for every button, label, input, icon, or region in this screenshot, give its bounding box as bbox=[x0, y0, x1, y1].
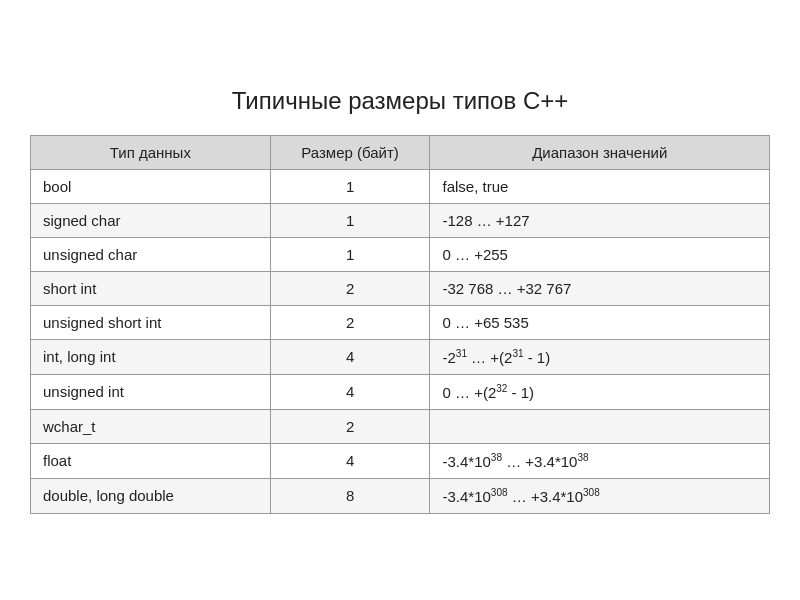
table-row: signed char1-128 … +127 bbox=[31, 203, 770, 237]
cell-range: -3.4*1038 … +3.4*1038 bbox=[430, 443, 770, 478]
cell-range: 0 … +(232 - 1) bbox=[430, 374, 770, 409]
header-range: Диапазон значений bbox=[430, 135, 770, 169]
table-row: int, long int4-231 … +(231 - 1) bbox=[31, 339, 770, 374]
cell-range: -128 … +127 bbox=[430, 203, 770, 237]
cell-type: wchar_t bbox=[31, 409, 271, 443]
cell-size: 2 bbox=[270, 305, 430, 339]
table-row: unsigned short int20 … +65 535 bbox=[31, 305, 770, 339]
cell-range: 0 … +65 535 bbox=[430, 305, 770, 339]
cell-size: 4 bbox=[270, 443, 430, 478]
table-row: bool1false, true bbox=[31, 169, 770, 203]
cell-size: 8 bbox=[270, 478, 430, 513]
cell-range: -32 768 … +32 767 bbox=[430, 271, 770, 305]
cell-size: 4 bbox=[270, 339, 430, 374]
cell-size: 1 bbox=[270, 169, 430, 203]
cell-type: short int bbox=[31, 271, 271, 305]
cell-type: unsigned short int bbox=[31, 305, 271, 339]
cell-range: false, true bbox=[430, 169, 770, 203]
cell-type: unsigned char bbox=[31, 237, 271, 271]
header-size: Размер (байт) bbox=[270, 135, 430, 169]
cell-size: 1 bbox=[270, 203, 430, 237]
cell-type: bool bbox=[31, 169, 271, 203]
table-row: unsigned int40 … +(232 - 1) bbox=[31, 374, 770, 409]
table-header-row: Тип данных Размер (байт) Диапазон значен… bbox=[31, 135, 770, 169]
cell-range: 0 … +255 bbox=[430, 237, 770, 271]
table-row: double, long double8-3.4*10308 … +3.4*10… bbox=[31, 478, 770, 513]
cell-type: float bbox=[31, 443, 271, 478]
header-type: Тип данных bbox=[31, 135, 271, 169]
cell-size: 2 bbox=[270, 271, 430, 305]
table-row: unsigned char10 … +255 bbox=[31, 237, 770, 271]
table-row: wchar_t2 bbox=[31, 409, 770, 443]
cell-type: int, long int bbox=[31, 339, 271, 374]
table-row: float4-3.4*1038 … +3.4*1038 bbox=[31, 443, 770, 478]
table-row: short int2-32 768 … +32 767 bbox=[31, 271, 770, 305]
data-types-table: Тип данных Размер (байт) Диапазон значен… bbox=[30, 135, 770, 514]
cell-type: double, long double bbox=[31, 478, 271, 513]
cell-size: 4 bbox=[270, 374, 430, 409]
cell-type: unsigned int bbox=[31, 374, 271, 409]
cell-range bbox=[430, 409, 770, 443]
cell-range: -3.4*10308 … +3.4*10308 bbox=[430, 478, 770, 513]
cell-range: -231 … +(231 - 1) bbox=[430, 339, 770, 374]
cell-size: 2 bbox=[270, 409, 430, 443]
cell-size: 1 bbox=[270, 237, 430, 271]
cell-type: signed char bbox=[31, 203, 271, 237]
page-title: Типичные размеры типов С++ bbox=[232, 87, 569, 115]
